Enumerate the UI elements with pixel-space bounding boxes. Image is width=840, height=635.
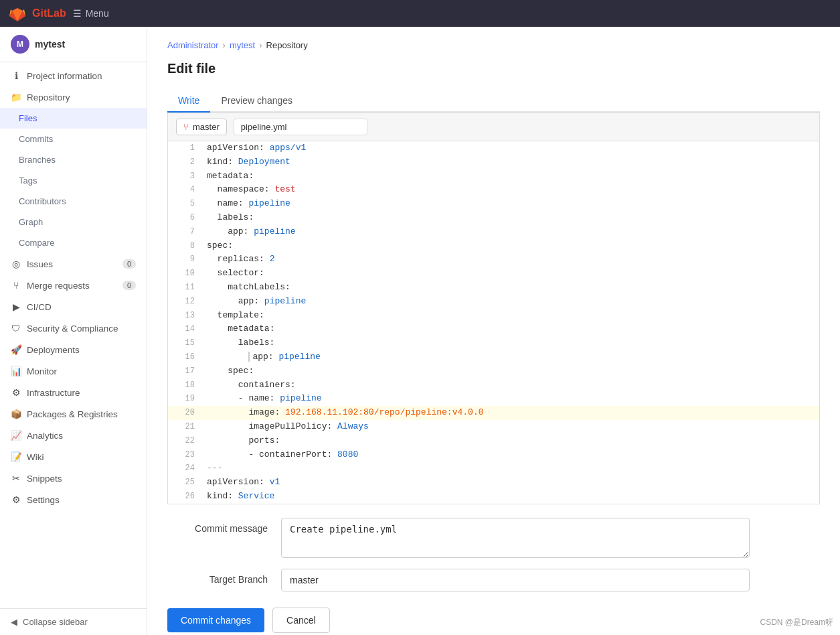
- commit-message-row: Commit message Create pipeline.yml: [167, 518, 820, 558]
- commit-changes-button[interactable]: Commit changes: [167, 608, 264, 632]
- code-line: 5 name: pipeline: [168, 197, 819, 211]
- sidebar-item-snippets[interactable]: ✂ Snippets: [0, 468, 147, 489]
- monitor-icon: 📊: [11, 366, 21, 376]
- settings-icon: ⚙: [11, 494, 21, 505]
- wiki-icon: 📝: [11, 451, 21, 462]
- sidebar-item-label: Repository: [27, 92, 70, 102]
- sidebar-item-merge-requests[interactable]: ⑂ Merge requests 0: [0, 275, 147, 296]
- merge-icon: ⑂: [11, 280, 21, 291]
- menu-label: Menu: [86, 8, 109, 19]
- breadcrumb-sep-2: ›: [259, 40, 262, 50]
- sidebar-item-files[interactable]: Files: [0, 108, 147, 129]
- menu-button[interactable]: ☰ Menu: [73, 8, 109, 19]
- info-icon: ℹ: [11, 70, 21, 81]
- sidebar-item-label: Graph: [19, 217, 43, 227]
- sidebar-item-graph[interactable]: Graph: [0, 212, 147, 232]
- branch-icon: ⑂: [183, 122, 189, 132]
- sidebar-item-label: Settings: [27, 495, 60, 505]
- sidebar-item-label: Tags: [19, 175, 37, 186]
- collapse-icon: ◀: [11, 617, 17, 627]
- collapse-sidebar-button[interactable]: ◀ Collapse sidebar: [0, 608, 147, 635]
- code-line: 13 template:: [168, 309, 819, 323]
- sidebar-item-wiki[interactable]: 📝 Wiki: [0, 446, 147, 468]
- sidebar-item-settings[interactable]: ⚙ Settings: [0, 489, 147, 510]
- target-branch-label: Target Branch: [167, 569, 268, 585]
- code-line: 23 - containerPort: 8080: [168, 448, 819, 462]
- sidebar-item-monitor[interactable]: 📊 Monitor: [0, 360, 147, 382]
- code-line: 1 apiVersion: apps/v1: [168, 141, 819, 155]
- code-line: 14 metadata:: [168, 322, 819, 336]
- issues-icon: ◎: [11, 259, 21, 269]
- sidebar-item-packages[interactable]: 📦 Packages & Registries: [0, 403, 147, 425]
- breadcrumb-mytest[interactable]: mytest: [230, 40, 255, 50]
- sidebar-item-label: Analytics: [27, 431, 63, 441]
- sidebar-user[interactable]: M mytest: [0, 27, 147, 62]
- analytics-icon: 📈: [11, 430, 21, 441]
- sidebar-item-label: Commits: [19, 134, 53, 144]
- cancel-button[interactable]: Cancel: [272, 608, 330, 633]
- gitlab-logo-icon: [8, 4, 27, 23]
- sidebar-item-repository[interactable]: 📁 Repository: [0, 86, 147, 108]
- gitlab-label: GitLab: [32, 7, 66, 19]
- code-line: 7 app: pipeline: [168, 225, 819, 239]
- cicd-icon: ▶: [11, 301, 21, 312]
- code-line: 22 ports:: [168, 434, 819, 448]
- target-branch-input[interactable]: [281, 569, 750, 591]
- code-line: 3 metadata:: [168, 169, 819, 184]
- code-line: 8 spec:: [168, 239, 819, 253]
- breadcrumb-sep-1: ›: [223, 40, 226, 50]
- code-line: 9 replicas: 2: [168, 253, 819, 267]
- sidebar-item-label: Infrastructure: [27, 388, 80, 398]
- sidebar-item-label: Wiki: [27, 452, 44, 462]
- sidebar-item-compare[interactable]: Compare: [0, 232, 147, 253]
- tab-preview[interactable]: Preview changes: [210, 90, 303, 113]
- navbar-logo[interactable]: GitLab: [8, 4, 66, 23]
- code-line: 25 apiVersion: v1: [168, 476, 819, 490]
- sidebar-item-label: Project information: [27, 71, 102, 81]
- sidebar-item-contributors[interactable]: Contributors: [0, 191, 147, 212]
- commit-message-input[interactable]: Create pipeline.yml: [281, 518, 750, 558]
- sidebar-item-label: Packages & Registries: [27, 409, 118, 419]
- packages-icon: 📦: [11, 409, 21, 419]
- branch-selector[interactable]: ⑂ master: [176, 119, 227, 135]
- snippets-icon: ✂: [11, 473, 21, 484]
- sidebar-item-label: Snippets: [27, 474, 62, 484]
- avatar: M: [11, 35, 29, 54]
- editor-tabs: Write Preview changes: [167, 90, 820, 113]
- code-line: 6 labels:: [168, 211, 819, 225]
- tab-write[interactable]: Write: [167, 90, 210, 113]
- code-line: 26 kind: Service: [168, 490, 819, 504]
- sidebar-item-label: Merge requests: [27, 281, 90, 291]
- page-title: Edit file: [167, 61, 820, 76]
- code-line: 18 containers:: [168, 378, 819, 393]
- merge-badge: 0: [122, 281, 136, 290]
- hamburger-icon: ☰: [73, 8, 82, 19]
- sidebar-item-commits[interactable]: Commits: [0, 129, 147, 149]
- code-editor[interactable]: 1 apiVersion: apps/v1 2 kind: Deployment…: [168, 141, 819, 504]
- navbar: GitLab ☰ Menu: [0, 0, 840, 27]
- sidebar-item-label: CI/CD: [27, 302, 52, 312]
- code-line: 19 - name: pipeline: [168, 392, 819, 406]
- commit-message-label: Commit message: [167, 518, 268, 534]
- sidebar-item-analytics[interactable]: 📈 Analytics: [0, 425, 147, 446]
- sidebar-item-security[interactable]: 🛡 Security & Compliance: [0, 318, 147, 339]
- sidebar-item-issues[interactable]: ◎ Issues 0: [0, 253, 147, 275]
- sidebar-item-label: Contributors: [19, 196, 66, 206]
- sidebar-item-label: Security & Compliance: [27, 324, 118, 334]
- sidebar-item-project-information[interactable]: ℹ Project information: [0, 65, 147, 86]
- sidebar-item-tags[interactable]: Tags: [0, 170, 147, 191]
- sidebar-username: mytest: [35, 39, 65, 50]
- sidebar-item-label: Files: [19, 113, 37, 123]
- sidebar-item-cicd[interactable]: ▶ CI/CD: [0, 296, 147, 318]
- code-line: 11 matchLabels:: [168, 281, 819, 295]
- filename-input[interactable]: [234, 119, 367, 135]
- commit-form: Commit message Create pipeline.yml Targe…: [167, 504, 820, 635]
- breadcrumb-administrator[interactable]: Administrator: [167, 40, 219, 50]
- book-icon: 📁: [11, 92, 21, 102]
- sidebar-item-branches[interactable]: Branches: [0, 149, 147, 170]
- sidebar-item-infrastructure[interactable]: ⚙ Infrastructure: [0, 382, 147, 403]
- breadcrumb: Administrator › mytest › Repository: [167, 40, 820, 50]
- code-line: 10 selector:: [168, 267, 819, 281]
- sidebar-item-deployments[interactable]: 🚀 Deployments: [0, 339, 147, 360]
- code-line: 15 labels:: [168, 336, 819, 350]
